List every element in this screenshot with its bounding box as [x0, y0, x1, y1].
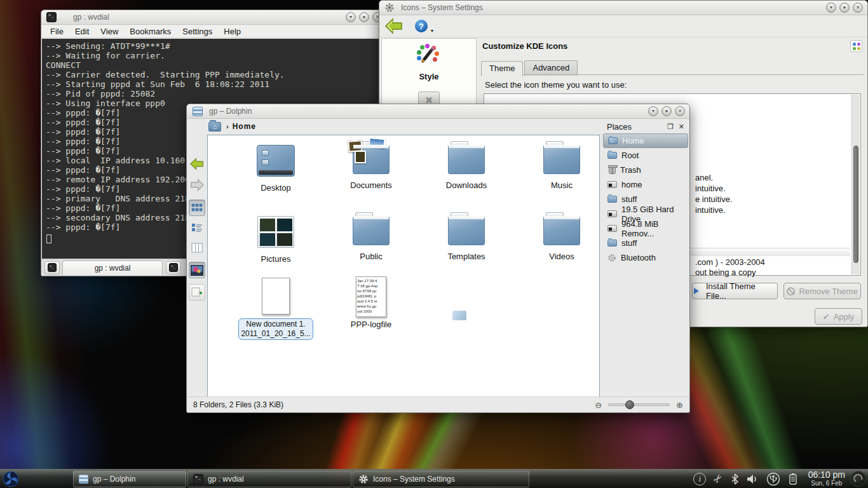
preview-button[interactable] — [189, 262, 205, 278]
back-button[interactable] — [384, 18, 403, 34]
terminal-icon: >_ — [48, 263, 57, 272]
new-tab-button[interactable]: >_ — [44, 261, 60, 274]
settings-title: Icons – System Settings — [401, 3, 483, 12]
place-trash[interactable]: Trash — [603, 163, 688, 177]
task-system-settings[interactable]: Icons – System Settings — [353, 471, 529, 487]
place-home[interactable]: ⌂ Home — [603, 133, 688, 148]
maximize-button[interactable]: ● — [661, 106, 672, 116]
settings-toolbar: ? ▾ — [379, 15, 867, 37]
file-item[interactable]: Jan 17 09:4 7:18 gp-Asp ire-5738 pp pd[1… — [323, 276, 419, 329]
minimize-button[interactable]: ▾ — [648, 106, 658, 116]
folder-view[interactable]: Desktop Documents Downloads Music — [207, 135, 600, 398]
home-icon[interactable]: ⌂ — [208, 122, 221, 132]
tab-list-button[interactable]: >_ — [166, 261, 181, 274]
places-title: Places — [607, 122, 662, 132]
tab-theme[interactable]: Theme — [481, 61, 523, 76]
minimize-button[interactable]: ▾ — [826, 3, 836, 13]
gear-icon — [358, 474, 369, 484]
scrollbar[interactable] — [851, 95, 860, 274]
menu-file[interactable]: File — [50, 27, 64, 36]
float-panel-icon[interactable]: ❐ — [667, 123, 674, 131]
task-dolphin[interactable]: gp – Dolphin — [73, 471, 186, 487]
apply-button[interactable]: ✔ Apply — [815, 308, 862, 325]
task-wvdial[interactable]: >_ gp : wvdial — [187, 471, 351, 487]
settings-titlebar[interactable]: Icons – System Settings ▾ ● ✕ — [379, 1, 867, 15]
minimize-button[interactable]: ▾ — [346, 12, 356, 22]
maximize-button[interactable]: ● — [839, 3, 850, 13]
launcher-icon[interactable] — [2, 470, 20, 488]
plasma-toolbox-icon[interactable] — [850, 471, 866, 487]
folder-item[interactable]: Pictures — [228, 216, 323, 264]
folder-item[interactable]: Downloads — [419, 145, 514, 190]
folder-item[interactable]: Documents — [323, 145, 419, 190]
place-removable[interactable]: 964.8 MiB Remov... — [603, 221, 688, 236]
folder-item[interactable]: Desktop — [228, 145, 323, 193]
maximize-button[interactable]: ● — [359, 12, 369, 22]
close-button[interactable]: ✕ — [675, 106, 685, 116]
remove-theme-label: Remove Theme — [799, 287, 857, 296]
install-theme-label: Install Theme File... — [706, 281, 777, 301]
forbidden-icon — [787, 287, 795, 295]
folder-label: Documents — [323, 180, 419, 190]
tab-advanced[interactable]: Advanced — [524, 60, 578, 76]
volume-icon[interactable] — [747, 474, 759, 484]
remove-theme-button[interactable]: Remove Theme — [783, 283, 861, 299]
menu-edit[interactable]: Edit — [75, 27, 89, 36]
folder-item[interactable]: Templates — [419, 216, 514, 261]
dolphin-titlebar[interactable]: gp – Dolphin ▾ ● ✕ — [187, 104, 689, 119]
close-button[interactable]: ✕ — [853, 3, 863, 13]
place-root[interactable]: Root — [603, 148, 688, 163]
list-item-fragment: intuitive. — [695, 183, 726, 194]
file-name-line: 2011_01_20_16_5... — [240, 329, 311, 339]
checkmark-icon: ✔ — [823, 312, 830, 322]
menu-bookmarks[interactable]: Bookmarks — [130, 27, 171, 36]
sidebar-item-style[interactable]: Style — [382, 39, 476, 81]
usb-device-notifier-icon[interactable] — [766, 472, 780, 486]
menu-settings[interactable]: Settings — [182, 27, 212, 36]
folder-item[interactable]: Music — [514, 145, 609, 190]
details-view-button[interactable] — [189, 219, 205, 236]
folder-item[interactable]: Videos — [514, 216, 609, 261]
icons-view-button[interactable] — [189, 200, 205, 216]
bluetooth-icon[interactable] — [731, 473, 739, 485]
folder-icon — [353, 216, 390, 245]
forward-button[interactable] — [189, 177, 205, 193]
help-button[interactable]: ? ▾ — [415, 20, 428, 32]
file-item-selected[interactable]: New document 1. 2011_01_20_16_5... — [228, 278, 323, 340]
place-bluetooth[interactable]: Bluetooth — [603, 250, 688, 265]
split-view-button[interactable] — [189, 284, 205, 301]
zoom-in-icon[interactable]: ⊕ — [676, 400, 683, 410]
zoom-slider[interactable] — [608, 403, 670, 406]
folder-label: Public — [323, 252, 419, 261]
back-arrow-icon — [189, 158, 205, 170]
close-panel-icon[interactable]: ✕ — [679, 123, 684, 131]
breadcrumb-home[interactable]: Home — [233, 122, 256, 131]
konsole-tab-label: gp : wvdial — [95, 264, 131, 273]
folder-item[interactable]: Public — [323, 216, 419, 261]
list-item-fragment: intuitive. — [695, 205, 726, 215]
settings-tabs: Theme Advanced — [481, 60, 579, 76]
photo-thumbnail — [368, 137, 385, 149]
klipper-scissors-icon[interactable]: ✂ — [710, 471, 726, 486]
menu-help[interactable]: Help — [224, 27, 241, 36]
task-label: gp : wvdial — [208, 475, 244, 484]
zoom-slider-handle[interactable] — [625, 400, 634, 409]
status-text: 8 Folders, 2 Files (3.3 KiB) — [193, 400, 595, 409]
sidebar-item-style-label: Style — [382, 72, 476, 81]
back-button[interactable] — [189, 156, 205, 172]
folder-label: Music — [514, 180, 609, 190]
clock[interactable]: 06:10 pm Sun, 6 Feb — [808, 471, 845, 487]
page-title: Customize KDE Icons — [482, 41, 567, 51]
menu-view[interactable]: View — [100, 27, 118, 36]
notifications-icon[interactable]: i — [693, 473, 706, 485]
konsole-titlebar[interactable]: >_ gp : wvdial ▾ ● ✕ — [41, 10, 387, 25]
scrollbar-thumb[interactable] — [853, 146, 858, 263]
konsole-tab[interactable]: gp : wvdial — [62, 261, 163, 275]
columns-view-button[interactable] — [189, 240, 205, 256]
install-theme-button[interactable]: Install Theme File... — [692, 283, 778, 299]
rename-label-box[interactable]: New document 1. 2011_01_20_16_5... — [238, 318, 313, 340]
document-icon — [262, 278, 290, 315]
battery-icon[interactable] — [788, 473, 798, 485]
zoom-out-icon[interactable]: ⊖ — [595, 400, 602, 410]
place-home-partition[interactable]: home — [603, 177, 688, 192]
